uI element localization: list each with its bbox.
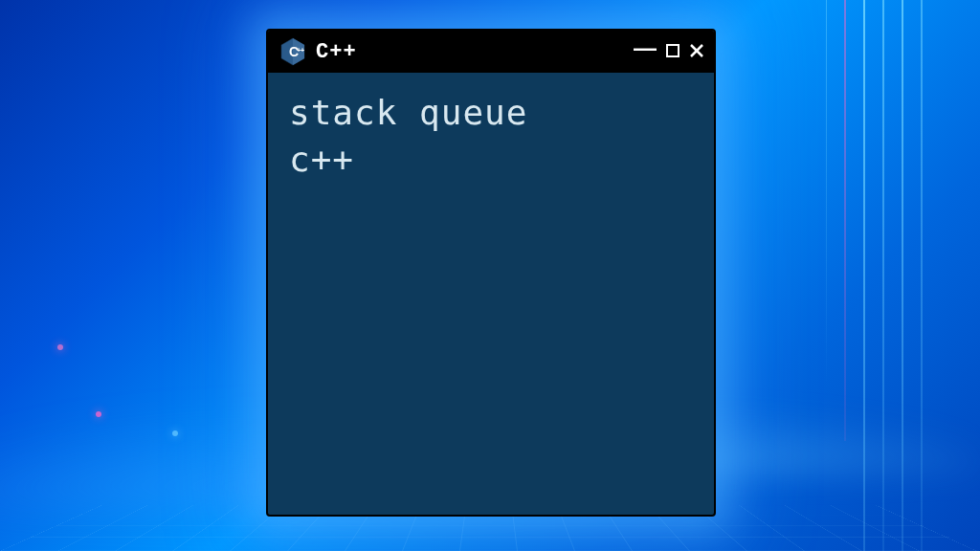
content-line-2: c++ — [289, 137, 693, 184]
titlebar[interactable]: C + + C++ — — [268, 31, 714, 73]
glow-dot — [96, 411, 101, 417]
svg-rect-5 — [667, 45, 679, 56]
content-line-1: stack queue — [289, 90, 693, 137]
terminal-window: C + + C++ — stack queue c++ — [266, 29, 716, 517]
glow-dot — [172, 430, 178, 436]
cpp-icon: C + + — [278, 36, 308, 67]
maximize-button[interactable] — [666, 44, 679, 60]
minimize-button[interactable]: — — [634, 36, 657, 59]
svg-text:+: + — [301, 47, 304, 54]
terminal-body[interactable]: stack queue c++ — [268, 73, 714, 200]
glow-dot — [57, 344, 63, 350]
close-button[interactable] — [689, 41, 704, 62]
window-controls: — — [634, 41, 704, 62]
window-title: C++ — [316, 40, 626, 64]
